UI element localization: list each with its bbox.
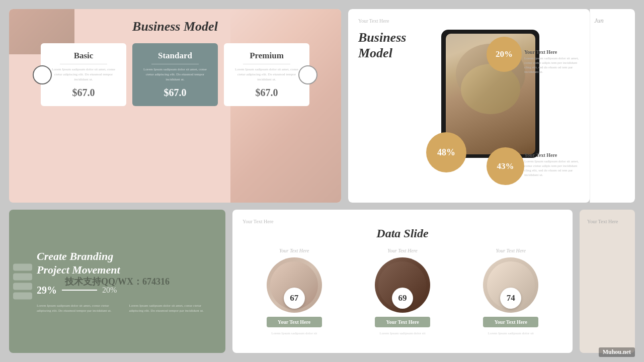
pct-43: 43% [487, 147, 524, 185]
standard-card: Standard Lorem Ipsum sadipsum dolor sit … [132, 43, 218, 106]
standard-price: $67.0 [141, 87, 209, 99]
text-block-1: Your Text Here Lorem Ipsum sadipsum dolo… [524, 49, 585, 74]
premium-card: Premium Lorem Ipsum sadipsum dolor sit a… [224, 43, 309, 106]
text-block-2-body: Lorem Ipsum sadipsum dolor sit amet, con… [524, 159, 585, 177]
slide-business-model: Business Model Basic Lorem Ipsum sadipsu… [9, 9, 341, 203]
cylinder-stack [13, 263, 32, 299]
data-item-3: Your Text Here 74 Your Text Here Lorem I… [483, 248, 538, 336]
basic-price: $67.0 [50, 87, 117, 99]
item-1-label-top: Your Text Here [279, 248, 309, 253]
standard-title: Standard [141, 51, 209, 61]
item-2-circle: 69 [375, 257, 430, 313]
item-1-number: 67 [284, 288, 305, 309]
item-2-btn[interactable]: Your Text Here [375, 317, 430, 327]
slide-partial-br: Your Text Here [580, 210, 635, 353]
muhou-watermark: Muhou.net [599, 347, 635, 357]
item-1-text: Lorem Ipsum sadipsum dolor sit [271, 331, 317, 336]
text-block-1-label: Your Text Here [524, 49, 585, 55]
slide-business-model-2: Your Text Here Business Model 48% [348, 9, 590, 203]
item-3-label-top: Your Text Here [496, 248, 526, 253]
branding-title: Create Branding Project Movement [37, 249, 215, 277]
data-item-1: Your Text Here 67 Your Text Here Lorem I… [267, 248, 322, 336]
body-text-1: Lorem Ipsum sadipsum dolor sit amet, con… [37, 304, 123, 314]
stat-1-number: 29% [37, 285, 57, 296]
data-item-2: Your Text Here 69 Your Text Here Lorem I… [375, 248, 430, 336]
item-3-btn[interactable]: Your Text Here [483, 317, 538, 327]
data-title: Data Slide [243, 227, 562, 240]
basic-title: Basic [50, 51, 117, 61]
basic-lorem: Lorem Ipsum sadipsum dolor sit amet, con… [50, 67, 117, 82]
bm2-header: Your Text Here [358, 18, 580, 24]
stat-bar [62, 290, 97, 291]
item-3-number: 74 [500, 288, 521, 309]
basic-card: Basic Lorem Ipsum sadipsum dolor sit ame… [41, 43, 126, 106]
item-3-text: Lorem Ipsum sadipsum dolor sit [488, 331, 534, 336]
pct-20: 20% [487, 37, 522, 72]
branding-stats: 29% 20% [37, 285, 215, 296]
branding-body: Lorem Ipsum sadipsum dolor sit amet, con… [37, 304, 215, 314]
body-text-2: Lorem Ipsum sadipsum dolor sit amet, con… [129, 304, 216, 314]
standard-lorem: Lorem Ipsum sadipsum dolor sit amet, con… [141, 67, 209, 82]
premium-lorem: Lorem Ipsum sadipsum dolor sit amet, con… [233, 67, 300, 82]
item-2-number: 69 [392, 288, 413, 309]
item-1-btn[interactable]: Your Text Here [267, 317, 322, 327]
item-2-text: Lorem Ipsum sadipsum dolor sit [379, 331, 425, 336]
data-header: Your Text Here [243, 219, 562, 224]
text-block-2-label: Your Text Here [524, 152, 585, 158]
premium-title: Premium [233, 51, 300, 61]
partial-right-panel: Jun [590, 9, 635, 203]
text-block-2: Your Text Here Lorem Ipsum sadipsum dolo… [524, 152, 585, 177]
stat-1: 29% 20% [37, 285, 117, 296]
text-block-1-body: Lorem Ipsum sadipsum dolor sit amet, con… [524, 56, 585, 74]
stat-2-number: 20% [102, 286, 117, 295]
partial-br-header: Your Text Here [587, 219, 627, 224]
slide-data: Your Text Here Data Slide Your Text Here… [232, 210, 573, 353]
slide-branding: 技术支持QQ/WX：674316 Create Branding Project… [9, 210, 225, 353]
pct-48: 48% [426, 132, 466, 172]
premium-price: $67.0 [233, 87, 300, 99]
data-items: Your Text Here 67 Your Text Here Lorem I… [243, 248, 562, 336]
bm2-title: Business Model [358, 30, 434, 61]
circle-left-basic [33, 65, 52, 84]
partial-right-text: Jun [594, 17, 631, 25]
item-3-circle: 74 [483, 257, 538, 313]
pricing-cards: Basic Lorem Ipsum sadipsum dolor sit ame… [22, 43, 329, 106]
business-model-title: Business Model [22, 19, 329, 34]
item-1-circle: 67 [267, 257, 322, 313]
circle-right-premium [298, 65, 317, 84]
item-2-label-top: Your Text Here [387, 248, 417, 253]
